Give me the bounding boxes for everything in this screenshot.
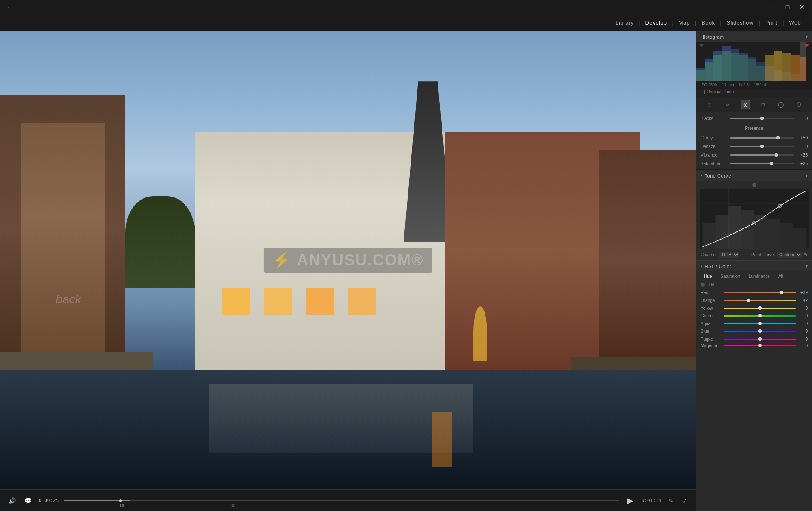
play-icon: ▶ bbox=[627, 496, 633, 505]
focal-value: 17 mm bbox=[722, 83, 734, 87]
graduated-filter-tool[interactable]: □ bbox=[758, 100, 768, 109]
hsl-section: ▪ HSL / Color ▾ Hue Saturation Luminance… bbox=[696, 260, 812, 351]
toolbar-right: 0:01:34 bbox=[642, 498, 661, 503]
original-photo-checkbox[interactable] bbox=[701, 90, 705, 94]
timeline-marker-10: 10 bbox=[119, 503, 124, 508]
dehaze-track[interactable] bbox=[730, 146, 794, 147]
histogram-highlight-marker[interactable] bbox=[804, 44, 809, 47]
hsl-target-dot[interactable] bbox=[701, 283, 705, 287]
tone-curve-target-dot[interactable] bbox=[752, 183, 756, 187]
svg-rect-18 bbox=[748, 59, 756, 81]
hsl-tab-luminance[interactable]: Luminance bbox=[745, 273, 773, 280]
saturation-track[interactable] bbox=[730, 163, 794, 164]
volume-button[interactable]: 🔊 bbox=[7, 496, 18, 506]
svg-rect-39 bbox=[793, 228, 806, 249]
nav-library[interactable]: Library bbox=[611, 18, 638, 28]
play-button[interactable]: ▶ bbox=[624, 495, 636, 507]
nav-map[interactable]: Map bbox=[674, 18, 694, 28]
svg-rect-15 bbox=[722, 51, 731, 81]
minimize-button[interactable]: − bbox=[766, 2, 779, 12]
histogram-section: Histogram ▾ bbox=[696, 31, 812, 97]
volume-icon: 🔊 bbox=[9, 497, 16, 504]
histogram-header[interactable]: Histogram ▾ bbox=[696, 31, 812, 42]
hsl-blue-label: Blue bbox=[701, 329, 722, 334]
hsl-tab-all[interactable]: All bbox=[775, 273, 787, 280]
blacks-track[interactable] bbox=[730, 118, 794, 119]
vibrance-label: Vibrance bbox=[701, 153, 729, 157]
nav-sep-2: | bbox=[672, 19, 673, 26]
spot-removal-tool[interactable]: ○ bbox=[722, 100, 732, 109]
svg-rect-16 bbox=[731, 53, 739, 81]
histogram-title: Histogram bbox=[701, 34, 724, 40]
point-curve-select[interactable]: Custom bbox=[777, 252, 802, 258]
tone-curve-dropdown-icon: ▾ bbox=[806, 173, 808, 178]
subtitle-button[interactable]: 💬 bbox=[23, 496, 34, 506]
edit-icon: ✎ bbox=[668, 497, 673, 504]
close-button[interactable]: ✕ bbox=[796, 2, 809, 12]
vibrance-value: +35 bbox=[796, 153, 808, 157]
hsl-header[interactable]: ▪ HSL / Color ▾ bbox=[696, 260, 812, 271]
edit-button[interactable]: ✎ bbox=[667, 496, 675, 506]
nav-sep-3: | bbox=[695, 19, 696, 26]
original-photo-label: Original Photo bbox=[707, 89, 734, 94]
hsl-tab-hue[interactable]: Hue bbox=[701, 273, 715, 280]
hsl-purple-track[interactable] bbox=[724, 339, 796, 340]
nav-web[interactable]: Web bbox=[785, 18, 805, 28]
hsl-dropdown-icon: ▾ bbox=[806, 264, 808, 268]
point-curve-edit-icon[interactable]: ✎ bbox=[804, 252, 808, 258]
nav-develop[interactable]: Develop bbox=[641, 18, 671, 28]
tone-curve-header[interactable]: ▪ Tone Curve ▾ bbox=[696, 170, 812, 181]
histogram-shadow-marker[interactable] bbox=[699, 44, 704, 47]
nav-book[interactable]: Book bbox=[697, 18, 719, 28]
tone-curve-title: Tone Curve bbox=[705, 173, 731, 179]
hsl-yellow-row: Yellow 0 bbox=[696, 304, 812, 312]
bottom-toolbar: 🔊 💬 0:00:25 10 30 ▶ 0:01:34 bbox=[0, 489, 696, 511]
maximize-button[interactable]: □ bbox=[781, 2, 794, 12]
time-total: 0:01:34 bbox=[642, 498, 661, 503]
hsl-aqua-row: Aqua 0 bbox=[696, 320, 812, 327]
saturation-label: Saturation bbox=[701, 161, 729, 166]
dehaze-row: Dehaze 0 bbox=[701, 142, 808, 151]
svg-rect-35 bbox=[741, 210, 754, 249]
photo-area: ⚡ ANYUSU.COM® back 🔊 💬 0:00:25 10 30 bbox=[0, 31, 696, 511]
hsl-yellow-track[interactable] bbox=[724, 308, 796, 309]
tone-curve-collapse-icon: ▪ bbox=[701, 173, 702, 178]
hsl-orange-value: -42 bbox=[797, 298, 808, 303]
hsl-blue-value: 0 bbox=[797, 329, 808, 334]
hsl-orange-track[interactable] bbox=[724, 300, 796, 301]
svg-rect-25 bbox=[800, 42, 806, 81]
fullscreen-button[interactable]: ⤢ bbox=[680, 496, 689, 506]
hsl-green-track[interactable] bbox=[724, 315, 796, 317]
clarity-value: +50 bbox=[796, 135, 808, 140]
adjustment-brush-tool[interactable]: ⬡ bbox=[794, 100, 803, 109]
red-eye-tool[interactable]: ◎ bbox=[741, 100, 750, 109]
vibrance-track[interactable] bbox=[730, 154, 794, 156]
hsl-red-track[interactable] bbox=[724, 292, 796, 293]
hsl-tab-saturation[interactable]: Saturation bbox=[717, 273, 744, 280]
svg-rect-32 bbox=[703, 223, 716, 249]
exposure-value: 1/50 off bbox=[754, 83, 767, 87]
svg-rect-36 bbox=[754, 215, 767, 249]
channel-select[interactable]: RGB bbox=[719, 252, 739, 258]
histogram-original: Original Photo bbox=[696, 89, 812, 97]
radial-filter-tool[interactable]: ◯ bbox=[776, 100, 786, 109]
hsl-section-header: Hue bbox=[696, 280, 812, 289]
blacks-slider-group: Blacks 0 bbox=[696, 112, 812, 124]
titlebar-left: ← bbox=[3, 2, 16, 12]
iso-value: ISO 2500 bbox=[701, 83, 717, 87]
hsl-section-label: Hue bbox=[707, 281, 714, 288]
hsl-purple-row: Purple 0 bbox=[696, 335, 812, 343]
nav-slideshow[interactable]: Slideshow bbox=[722, 18, 758, 28]
tone-curve-section: ▪ Tone Curve ▾ bbox=[696, 170, 812, 260]
timeline[interactable]: 10 30 bbox=[64, 500, 619, 501]
hsl-blue-track[interactable] bbox=[724, 331, 796, 332]
hsl-magenta-track[interactable] bbox=[724, 345, 796, 346]
blacks-value: 0 bbox=[796, 116, 808, 121]
crop-tool[interactable]: ⊡ bbox=[705, 100, 714, 109]
back-button[interactable]: ← bbox=[3, 2, 16, 12]
clarity-track[interactable] bbox=[730, 137, 794, 139]
hsl-aqua-track[interactable] bbox=[724, 323, 796, 324]
hsl-green-row: Green 0 bbox=[696, 312, 812, 320]
nav-print[interactable]: Print bbox=[761, 18, 781, 28]
hsl-purple-label: Purple bbox=[701, 337, 722, 342]
